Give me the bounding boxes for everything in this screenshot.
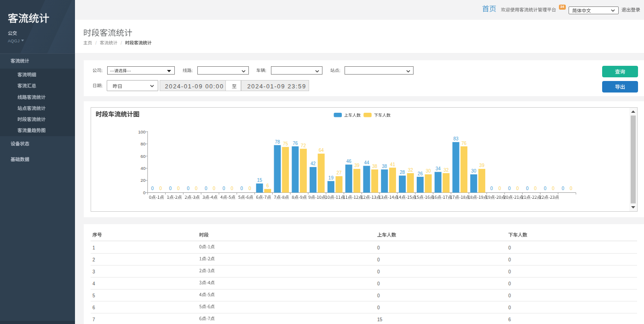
svg-text:0: 0: [159, 186, 162, 191]
svg-text:28: 28: [400, 170, 405, 175]
svg-text:32: 32: [408, 168, 414, 173]
svg-text:0: 0: [516, 186, 519, 191]
svg-text:0: 0: [248, 186, 251, 191]
svg-text:76: 76: [293, 141, 298, 146]
svg-text:0: 0: [562, 186, 564, 191]
svg-text:6: 6: [266, 183, 269, 188]
svg-text:72: 72: [301, 143, 306, 148]
svg-text:20: 20: [141, 178, 146, 183]
svg-text:44: 44: [364, 160, 369, 165]
svg-text:0: 0: [195, 186, 198, 191]
svg-text:42: 42: [310, 161, 316, 166]
svg-text:0: 0: [177, 186, 180, 191]
svg-text:78: 78: [275, 139, 280, 145]
svg-text:0: 0: [490, 186, 493, 191]
svg-text:46: 46: [346, 159, 352, 164]
svg-text:0: 0: [534, 186, 537, 191]
svg-text:38: 38: [382, 164, 387, 169]
svg-text:0: 0: [151, 186, 154, 191]
svg-text:39: 39: [354, 163, 360, 168]
svg-text:60: 60: [141, 154, 146, 159]
svg-text:0: 0: [169, 186, 172, 191]
svg-text:0: 0: [508, 186, 511, 191]
svg-text:19: 19: [328, 175, 334, 180]
svg-text:41: 41: [390, 162, 396, 167]
svg-text:30: 30: [426, 168, 431, 174]
svg-text:0: 0: [205, 186, 207, 191]
svg-text:0: 0: [213, 186, 216, 191]
svg-text:76: 76: [461, 141, 467, 146]
svg-text:0: 0: [544, 186, 546, 191]
svg-text:0: 0: [552, 186, 555, 191]
svg-text:40: 40: [141, 166, 146, 171]
svg-text:30: 30: [471, 168, 477, 174]
svg-text:0: 0: [230, 186, 233, 191]
svg-text:83: 83: [453, 136, 459, 141]
svg-text:34: 34: [436, 166, 441, 171]
svg-text:32: 32: [443, 168, 449, 173]
svg-text:75: 75: [283, 141, 288, 146]
svg-text:38: 38: [372, 164, 378, 169]
svg-text:100: 100: [138, 129, 146, 134]
svg-text:0: 0: [570, 186, 573, 191]
svg-text:39: 39: [479, 163, 485, 168]
svg-text:0: 0: [143, 190, 146, 195]
svg-text:15: 15: [257, 178, 263, 183]
svg-text:26: 26: [418, 171, 423, 176]
svg-text:0: 0: [498, 186, 501, 191]
svg-text:64: 64: [319, 148, 324, 153]
svg-text:0: 0: [187, 186, 190, 191]
svg-text:0: 0: [526, 186, 529, 191]
svg-text:80: 80: [141, 141, 146, 146]
svg-text:0: 0: [241, 186, 243, 191]
svg-text:27: 27: [336, 170, 342, 175]
svg-text:0: 0: [223, 186, 225, 191]
